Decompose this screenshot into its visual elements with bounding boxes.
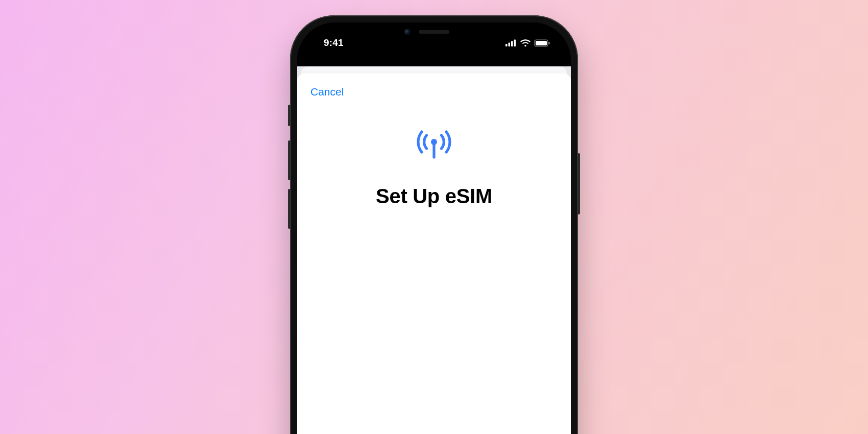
- phone-frame: 9:41: [290, 15, 578, 434]
- cellular-antenna-icon: [415, 127, 453, 163]
- svg-rect-5: [536, 41, 547, 45]
- front-camera: [404, 29, 411, 35]
- modal-sheet: Cancel: [297, 74, 571, 434]
- sheet-content: Set Up eSIM: [310, 127, 558, 208]
- svg-rect-3: [514, 40, 516, 47]
- status-time: 9:41: [324, 37, 344, 49]
- phone-screen: 9:41: [297, 22, 571, 434]
- cellular-signal-icon: [505, 39, 517, 46]
- volume-up-button[interactable]: [288, 140, 291, 180]
- wifi-icon: [520, 39, 531, 47]
- earpiece-speaker: [419, 30, 449, 34]
- screen-content: Cancel: [297, 66, 571, 434]
- notch: [385, 22, 483, 41]
- status-icons: [505, 39, 550, 47]
- battery-icon: [534, 39, 550, 47]
- svg-rect-2: [511, 41, 513, 47]
- power-button[interactable]: [577, 153, 580, 214]
- svg-rect-1: [509, 43, 511, 47]
- page-title: Set Up eSIM: [376, 185, 492, 208]
- mute-switch[interactable]: [288, 105, 291, 126]
- cancel-button[interactable]: Cancel: [310, 85, 344, 98]
- svg-rect-0: [505, 44, 508, 46]
- volume-down-button[interactable]: [288, 189, 291, 229]
- svg-rect-6: [548, 42, 549, 44]
